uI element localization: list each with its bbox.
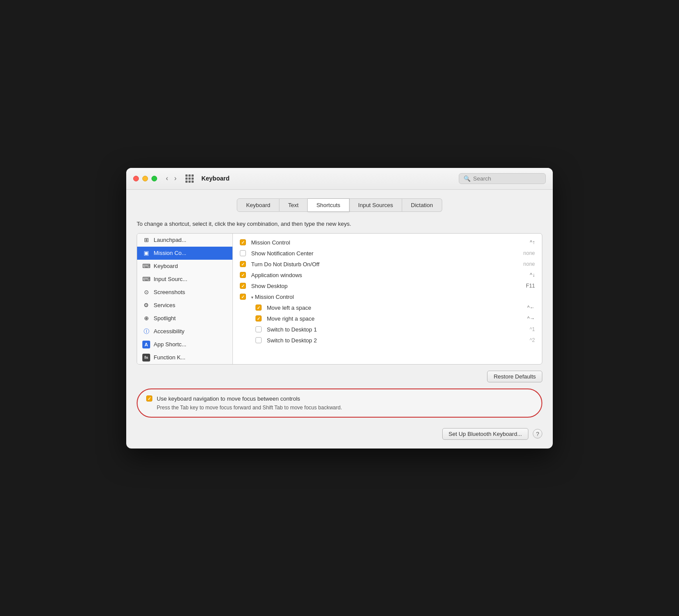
sidebar-label-keyboard: Keyboard	[154, 263, 178, 269]
shortcut-show-desktop[interactable]: Show Desktop F11	[233, 281, 542, 291]
shortcut-turn-dnd[interactable]: Turn Do Not Disturb On/Off none	[233, 259, 542, 270]
shortcut-label-switch-desktop-1: Switch to Desktop 1	[267, 326, 512, 333]
accessibility-icon: Ⓘ	[142, 328, 150, 335]
search-input[interactable]	[473, 175, 541, 182]
app-shortcuts-icon: A	[142, 341, 150, 348]
function-keys-icon: fn	[142, 354, 150, 362]
shortcut-move-right[interactable]: Move right a space ^→	[233, 313, 542, 324]
screenshots-icon: ⊙	[142, 288, 150, 296]
shortcut-section-label: ▾ Mission Control	[251, 294, 512, 300]
navigation-buttons: ‹ ›	[164, 174, 178, 183]
tab-bar: Keyboard Text Shortcuts Input Sources Di…	[137, 198, 542, 212]
checkbox-move-right[interactable]	[255, 315, 262, 321]
back-button[interactable]: ‹	[164, 174, 170, 183]
shortcut-switch-desktop-2[interactable]: Switch to Desktop 2 ^2	[233, 335, 542, 346]
sidebar-label-mission-control: Mission Co...	[154, 250, 186, 256]
keyboard-nav-label: Use keyboard navigation to move focus be…	[157, 395, 300, 402]
checkbox-show-notification[interactable]	[240, 250, 246, 256]
sidebar-label-spotlight: Spotlight	[154, 315, 176, 321]
sidebar-item-screenshots[interactable]: ⊙ Screenshots	[137, 286, 232, 299]
mission-control-icon: ▣	[142, 249, 150, 257]
spotlight-icon: ⊕	[142, 315, 150, 322]
maximize-button[interactable]	[151, 176, 157, 181]
shortcut-label-move-left: Move left a space	[267, 305, 512, 311]
shortcut-keys-move-left: ^←	[518, 305, 535, 311]
keyboard-nav-checkbox[interactable]	[146, 395, 152, 402]
shortcut-mission-control-top[interactable]: Mission Control ^↑	[233, 237, 542, 248]
window-title: Keyboard	[202, 175, 230, 182]
checkbox-mission-control-top[interactable]	[240, 239, 246, 245]
sidebar-item-spotlight[interactable]: ⊕ Spotlight	[137, 312, 232, 325]
shortcuts-sidebar: ⊞ Launchpad... ▣ Mission Co... ⌨ Keyboar…	[137, 234, 233, 364]
sidebar-item-mission-control[interactable]: ▣ Mission Co...	[137, 247, 232, 260]
tab-text[interactable]: Text	[279, 198, 308, 212]
grid-icon[interactable]	[185, 174, 194, 183]
checkbox-switch-desktop-2[interactable]	[255, 337, 262, 343]
checkbox-switch-desktop-1[interactable]	[255, 326, 262, 332]
shortcut-label-turn-dnd: Turn Do Not Disturb On/Off	[251, 261, 512, 268]
shortcut-label-switch-desktop-2: Switch to Desktop 2	[267, 337, 512, 344]
sidebar-item-app-shortcuts[interactable]: A App Shortc...	[137, 338, 232, 351]
checkbox-section-mission-control[interactable]	[240, 294, 246, 300]
footer: Set Up Bluetooth Keyboard... ?	[137, 426, 542, 440]
tab-input-sources[interactable]: Input Sources	[350, 198, 402, 212]
input-sources-icon: ⌨	[142, 275, 150, 283]
main-split-pane: ⊞ Launchpad... ▣ Mission Co... ⌨ Keyboar…	[137, 233, 542, 365]
services-icon: ⚙	[142, 301, 150, 309]
setup-bluetooth-button[interactable]: Set Up Bluetooth Keyboard...	[442, 428, 528, 440]
sidebar-item-input-sources[interactable]: ⌨ Input Sourc...	[137, 273, 232, 286]
keyboard-navigation-section: Use keyboard navigation to move focus be…	[137, 388, 542, 418]
sidebar-label-function-keys: Function K...	[154, 354, 185, 361]
keyboard-icon: ⌨	[142, 262, 150, 270]
shortcut-move-left[interactable]: Move left a space ^←	[233, 302, 542, 313]
close-button[interactable]	[133, 176, 139, 181]
minimize-button[interactable]	[142, 176, 148, 181]
tab-dictation[interactable]: Dictation	[402, 198, 442, 212]
sidebar-label-app-shortcuts: App Shortc...	[154, 341, 186, 348]
tab-shortcuts[interactable]: Shortcuts	[308, 198, 350, 212]
sidebar-label-launchpad: Launchpad...	[154, 237, 186, 243]
shortcuts-list: Mission Control ^↑ Show Notification Cen…	[233, 234, 542, 349]
sidebar-label-accessibility: Accessibility	[154, 328, 185, 335]
sidebar-item-accessibility[interactable]: Ⓘ Accessibility	[137, 325, 232, 338]
tab-keyboard[interactable]: Keyboard	[237, 198, 279, 212]
description-text: To change a shortcut, select it, click t…	[137, 221, 542, 227]
shortcut-keys-app-windows: ^↓	[518, 272, 535, 278]
titlebar: ‹ › Keyboard 🔍	[126, 168, 553, 190]
sidebar-item-services[interactable]: ⚙ Services	[137, 299, 232, 312]
sidebar-item-keyboard[interactable]: ⌨ Keyboard	[137, 260, 232, 273]
shortcut-section-mission-control[interactable]: ▾ Mission Control	[233, 291, 542, 302]
search-icon: 🔍	[464, 175, 471, 182]
forward-button[interactable]: ›	[172, 174, 178, 183]
keyboard-preferences-window: ‹ › Keyboard 🔍 Keyboard Text Shortcuts I…	[126, 168, 553, 449]
shortcut-keys-move-right: ^→	[518, 315, 535, 321]
sidebar-label-input-sources: Input Sourc...	[154, 276, 187, 282]
content-area: Keyboard Text Shortcuts Input Sources Di…	[126, 190, 553, 449]
shortcut-label-show-notification: Show Notification Center	[251, 250, 512, 257]
search-bar[interactable]: 🔍	[459, 173, 546, 184]
shortcut-keys-show-notification: none	[518, 250, 535, 256]
shortcut-keys-switch-desktop-2: ^2	[518, 337, 535, 343]
launchpad-icon: ⊞	[142, 236, 150, 244]
sidebar-item-function-keys[interactable]: fn Function K...	[137, 351, 232, 364]
shortcut-keys-switch-desktop-1: ^1	[518, 326, 535, 332]
checkbox-move-left[interactable]	[255, 305, 262, 311]
shortcut-label-move-right: Move right a space	[267, 315, 512, 322]
checkbox-turn-dnd[interactable]	[240, 261, 246, 267]
keyboard-nav-row: Use keyboard navigation to move focus be…	[146, 395, 533, 402]
shortcut-label-show-desktop: Show Desktop	[251, 283, 512, 289]
traffic-lights	[133, 176, 157, 181]
checkbox-app-windows[interactable]	[240, 272, 246, 278]
shortcut-keys-turn-dnd: none	[518, 261, 535, 267]
keyboard-nav-description: Press the Tab key to move focus forward …	[157, 405, 533, 411]
shortcut-app-windows[interactable]: Application windows ^↓	[233, 270, 542, 281]
checkbox-show-desktop[interactable]	[240, 283, 246, 289]
shortcut-label-app-windows: Application windows	[251, 272, 512, 278]
help-button[interactable]: ?	[533, 429, 542, 439]
shortcut-keys-show-desktop: F11	[518, 283, 535, 289]
sidebar-item-launchpad[interactable]: ⊞ Launchpad...	[137, 234, 232, 247]
shortcut-switch-desktop-1[interactable]: Switch to Desktop 1 ^1	[233, 324, 542, 335]
restore-defaults-button[interactable]: Restore Defaults	[487, 371, 542, 382]
sidebar-label-screenshots: Screenshots	[154, 289, 185, 295]
shortcut-show-notification[interactable]: Show Notification Center none	[233, 248, 542, 259]
